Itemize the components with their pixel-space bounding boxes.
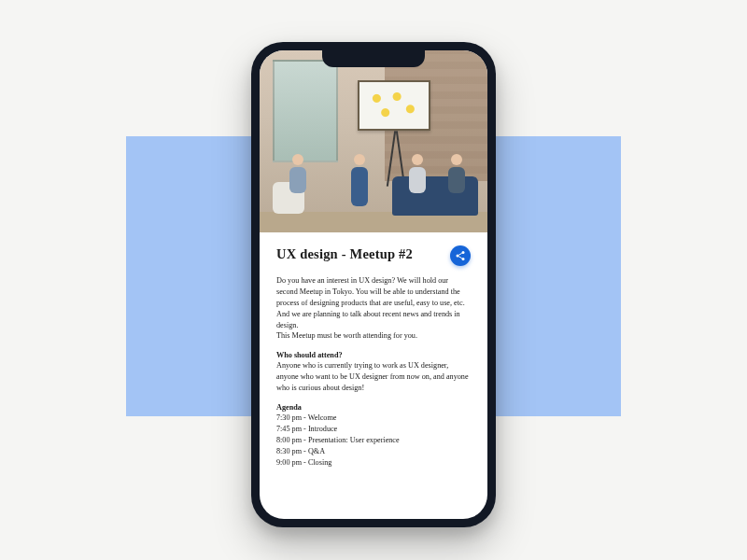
svg-point-0 <box>462 251 465 254</box>
who-should-attend-body: Anyone who is currently trying to work a… <box>276 360 471 394</box>
event-title: UX design - Meetup #2 <box>276 245 413 262</box>
share-icon <box>455 250 466 261</box>
event-hero-image <box>260 50 487 232</box>
svg-point-1 <box>457 255 459 258</box>
share-button[interactable] <box>450 245 471 266</box>
agenda-label: Agenda <box>276 403 471 412</box>
agenda-item: 8:30 pm - Q&A <box>276 446 471 457</box>
phone-screen: UX design - Meetup #2 Do you have an int… <box>260 50 487 519</box>
agenda-item: 7:45 pm - Introduce <box>276 424 471 435</box>
title-row: UX design - Meetup #2 <box>276 245 471 266</box>
agenda-list: 7:30 pm - Welcome7:45 pm - Introduce8:00… <box>276 413 471 468</box>
phone-notch <box>322 50 425 67</box>
agenda-item: 9:00 pm - Closing <box>276 457 471 469</box>
event-description: Do you have an interest in UX design? We… <box>276 275 471 342</box>
svg-point-2 <box>462 258 465 260</box>
phone-frame: UX design - Meetup #2 Do you have an int… <box>251 42 496 527</box>
agenda-item: 8:00 pm - Presentation: User experience <box>276 435 471 446</box>
agenda-item: 7:30 pm - Welcome <box>276 413 471 424</box>
who-should-attend-label: Who should attend? <box>276 351 471 359</box>
event-content: UX design - Meetup #2 Do you have an int… <box>260 232 487 479</box>
